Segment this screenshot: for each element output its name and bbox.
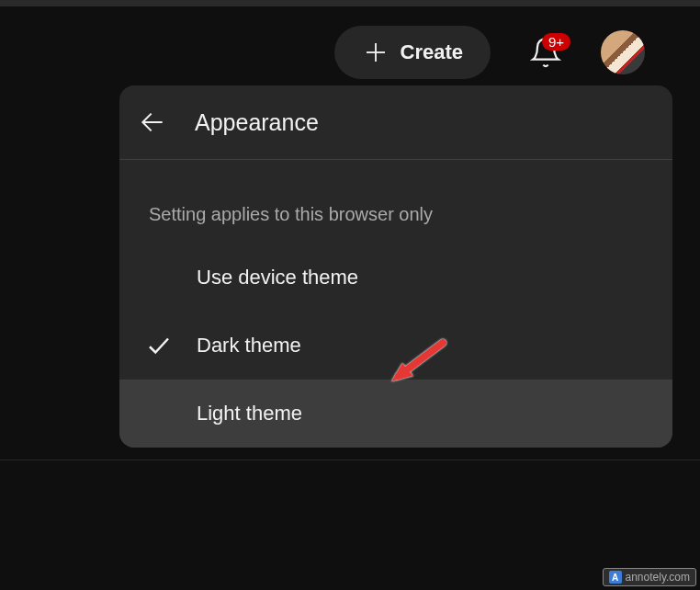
theme-option-dark[interactable]: Dark theme	[119, 312, 672, 380]
watermark-text: annotely.com	[626, 571, 690, 584]
theme-option-label: Dark theme	[197, 334, 301, 357]
divider	[0, 460, 700, 460]
watermark-logo-icon: A	[609, 571, 622, 584]
back-arrow-icon[interactable]	[138, 108, 167, 137]
theme-option-label: Light theme	[197, 402, 302, 425]
popup-header: Appearance	[119, 85, 672, 160]
window-top-strip	[0, 0, 700, 6]
notification-badge: 9+	[542, 33, 570, 51]
notifications-button[interactable]: 9+	[518, 25, 573, 80]
appearance-popup: Appearance Setting applies to this brows…	[119, 85, 672, 448]
create-button[interactable]: Create	[334, 26, 491, 79]
check-icon	[145, 332, 173, 359]
theme-option-label: Use device theme	[197, 266, 358, 289]
app-header: Create 9+	[0, 6, 700, 98]
create-button-label: Create	[401, 40, 463, 64]
popup-title: Appearance	[195, 109, 319, 136]
check-slot	[145, 264, 173, 291]
check-slot	[145, 400, 173, 427]
theme-option-device[interactable]: Use device theme	[119, 244, 672, 312]
watermark: A annotely.com	[603, 568, 696, 586]
avatar[interactable]	[601, 30, 645, 74]
plus-icon	[362, 39, 390, 66]
theme-option-light[interactable]: Light theme	[119, 380, 672, 448]
check-slot	[145, 332, 173, 359]
popup-hint: Setting applies to this browser only	[119, 160, 672, 244]
